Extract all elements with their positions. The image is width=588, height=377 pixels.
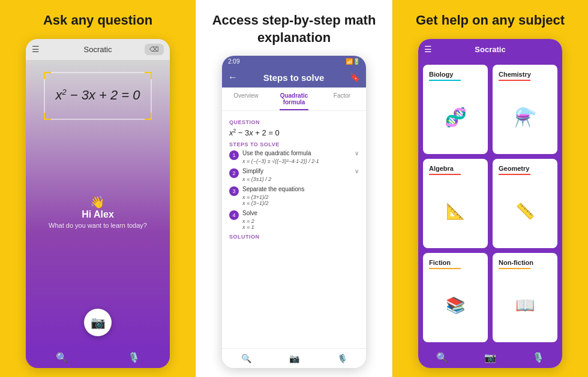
step-1-row: 1 Use the quadratic formula ∨ x = (−(−3)… xyxy=(229,150,359,164)
step-3-title: Separate the equations xyxy=(242,186,359,192)
phone-mockup-2: 2:09 📶🔋 ← Steps to solve 🔖 Overview Quad… xyxy=(222,56,366,368)
step-3-content: Separate the equations x = (3+1)/2x = (3… xyxy=(242,186,359,206)
menu-icon-3[interactable]: ☰ xyxy=(424,44,432,54)
step-2-row: 2 Simplify ∨ x = (3±1) / 2 xyxy=(229,168,359,182)
greeting-sub: What do you want to learn today? xyxy=(49,222,147,229)
greeting-emoji: 👋 xyxy=(49,195,147,209)
scan-corner-bl xyxy=(44,113,51,120)
mic-icon-bottom[interactable]: 🎙️ xyxy=(128,352,140,363)
subject-underline-fiction xyxy=(429,268,461,269)
phone-mockup-1: ☰ Socratic ⌫ x2 − 3x + 2 = 0 👋 Hi Alex W… xyxy=(26,39,170,368)
subject-card-algebra[interactable]: Algebra 📐 xyxy=(423,159,488,248)
step-4-eq: x = 2x = 1 xyxy=(242,218,359,230)
step-4-row: 4 Solve x = 2x = 1 xyxy=(229,210,359,230)
step-1-num: 1 xyxy=(229,150,239,160)
tab-overview[interactable]: Overview xyxy=(222,88,270,110)
mic-icon-2[interactable]: 🎙️ xyxy=(337,354,347,363)
step-3-eq: x = (3+1)/2x = (3−1)/2 xyxy=(242,194,359,206)
phone2-statusbar: 2:09 📶🔋 xyxy=(222,56,366,67)
step-3-row: 3 Separate the equations x = (3+1)/2x = … xyxy=(229,186,359,206)
phone2-bottombar: 🔍 📷 🎙️ xyxy=(222,348,366,368)
subject-card-geometry[interactable]: Geometry 📏 xyxy=(493,159,557,248)
step-2-title: Simplify ∨ xyxy=(242,168,359,174)
subject-underline-biology xyxy=(429,80,461,81)
step-2-num: 2 xyxy=(229,168,239,178)
step-4-num: 4 xyxy=(229,210,239,220)
subject-img-geometry: 📏 xyxy=(499,179,551,245)
subject-name-fiction: Fiction xyxy=(429,259,482,266)
phone3-topbar: ☰ Socratic xyxy=(418,39,562,60)
panel-ask-question: Ask any question ☰ Socratic ⌫ x2 − 3x + … xyxy=(0,0,196,377)
subject-img-nonfiction: 📖 xyxy=(499,273,551,339)
toolbar-label: ⌫ xyxy=(149,46,159,53)
phone1-body: x2 − 3x + 2 = 0 👋 Hi Alex What do you wa… xyxy=(26,60,170,347)
panel1-title: Ask any question xyxy=(43,12,152,29)
step-4-title: Solve xyxy=(242,210,359,216)
subject-name-biology: Biology xyxy=(429,71,482,78)
phone2-topbar: ← Steps to solve 🔖 xyxy=(222,67,366,88)
panel3-title: Get help on any subject xyxy=(416,12,565,29)
section-solution-label: SOLUTION xyxy=(229,234,359,240)
subject-underline-geometry xyxy=(499,174,530,175)
search-icon-2[interactable]: 🔍 xyxy=(241,354,251,363)
panel-subjects: Get help on any subject ☰ Socratic Biolo… xyxy=(392,0,588,377)
tab-factor[interactable]: Factor xyxy=(318,88,366,110)
subject-underline-nonfiction xyxy=(499,268,530,269)
phone3-bottombar: 🔍 📷 🎙️ xyxy=(418,347,562,368)
scan-area: x2 − 3x + 2 = 0 xyxy=(44,72,152,120)
subject-card-nonfiction[interactable]: Non-fiction 📖 xyxy=(493,253,557,342)
search-icon-bottom[interactable]: 🔍 xyxy=(56,352,68,363)
phone1-app-name: Socratic xyxy=(84,45,112,54)
subject-name-chemistry: Chemistry xyxy=(499,71,551,78)
subject-img-algebra: 📐 xyxy=(429,179,482,245)
phone3-subjects-grid: Biology 🧬 Chemistry ⚗️ Algebra 📐 Geometr… xyxy=(418,60,562,347)
step-2-eq: x = (3±1) / 2 xyxy=(242,176,359,182)
step-2-content: Simplify ∨ x = (3±1) / 2 xyxy=(242,168,359,182)
menu-icon[interactable]: ☰ xyxy=(32,44,40,54)
section-question-label: QUESTION xyxy=(229,119,359,125)
toolbar-btn[interactable]: ⌫ xyxy=(145,44,164,55)
phone2-body: QUESTION x2 − 3x + 2 = 0 STEPS TO SOLVE … xyxy=(222,111,366,348)
scan-corner-br xyxy=(145,113,152,120)
chevron-2[interactable]: ∨ xyxy=(355,168,359,174)
equation-display: x2 − 3x + 2 = 0 xyxy=(55,88,140,103)
subject-name-geometry: Geometry xyxy=(499,165,551,172)
scan-corner-tr xyxy=(145,72,152,79)
greeting-text: Hi Alex xyxy=(49,209,147,220)
bookmark-icon[interactable]: 🔖 xyxy=(350,73,360,82)
panel-math-steps: Access step-by-step math explanation 2:0… xyxy=(196,0,392,377)
tab-quadratic[interactable]: Quadratic formula xyxy=(270,88,318,110)
subject-card-biology[interactable]: Biology 🧬 xyxy=(423,65,488,154)
step-1-eq: x = (−(−3) ± √((−3)²−4·1·2)) / 2·1 xyxy=(242,158,359,164)
phone2-screen-title: Steps to solve xyxy=(238,73,350,83)
step-4-content: Solve x = 2x = 1 xyxy=(242,210,359,230)
camera-icon: 📷 xyxy=(91,315,106,330)
status-time: 2:09 xyxy=(228,58,239,65)
panel2-title: Access step-by-step math explanation xyxy=(205,12,383,46)
subject-underline-algebra xyxy=(429,174,461,175)
step-1-title: Use the quadratic formula ∨ xyxy=(242,150,359,156)
subject-img-chemistry: ⚗️ xyxy=(499,85,551,150)
camera-icon-3[interactable]: 📷 xyxy=(484,352,496,363)
subject-name-nonfiction: Non-fiction xyxy=(499,259,551,266)
step-1-content: Use the quadratic formula ∨ x = (−(−3) ±… xyxy=(242,150,359,164)
chevron-1[interactable]: ∨ xyxy=(355,150,359,156)
phone1-topbar: ☰ Socratic ⌫ xyxy=(26,39,170,60)
camera-button[interactable]: 📷 xyxy=(84,309,112,336)
status-icons: 📶🔋 xyxy=(346,58,360,65)
subject-card-fiction[interactable]: Fiction 📚 xyxy=(423,253,488,342)
greeting-area: 👋 Hi Alex What do you want to learn toda… xyxy=(49,195,147,229)
subject-img-fiction: 📚 xyxy=(429,273,482,339)
step-3-num: 3 xyxy=(229,186,239,196)
phone2-tabs: Overview Quadratic formula Factor xyxy=(222,88,366,111)
section-steps-label: STEPS TO SOLVE xyxy=(229,141,359,147)
camera-icon-2[interactable]: 📷 xyxy=(289,354,299,363)
scan-corner-tl xyxy=(44,72,51,79)
phone3-app-name: Socratic xyxy=(475,45,505,54)
back-icon[interactable]: ← xyxy=(228,72,238,83)
subject-name-algebra: Algebra xyxy=(429,165,482,172)
phone-mockup-3: ☰ Socratic Biology 🧬 Chemistry ⚗️ Algebr… xyxy=(418,39,562,368)
search-icon-3[interactable]: 🔍 xyxy=(436,352,448,363)
mic-icon-3[interactable]: 🎙️ xyxy=(532,352,544,363)
subject-card-chemistry[interactable]: Chemistry ⚗️ xyxy=(493,65,557,154)
